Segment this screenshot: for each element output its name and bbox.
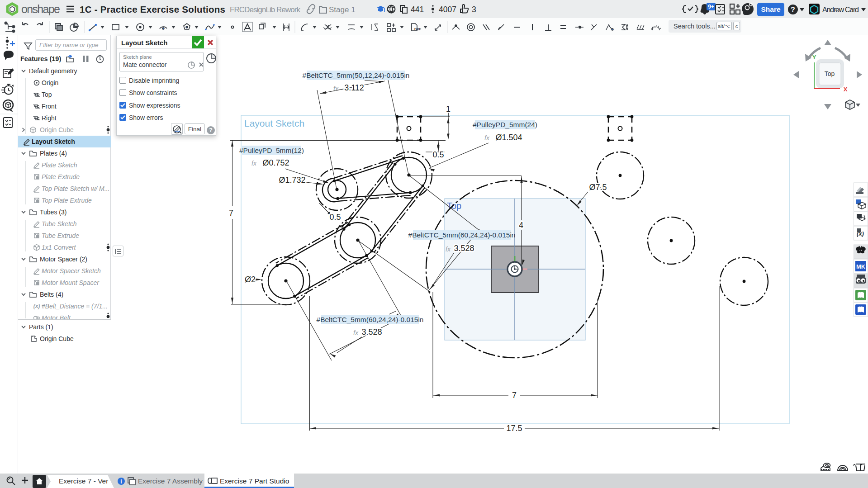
svg-text:fx: fx [353,329,359,336]
svg-text:#BeltCTC_5mm(50,12,24)-0.015in: #BeltCTC_5mm(50,12,24)-0.015in [303,71,410,79]
svg-text:Ø1.732: Ø1.732 [279,175,305,185]
svg-text:Exercise 7 Assembly: Exercise 7 Assembly [138,477,203,485]
svg-text:#BeltCTC_5mm(60,24,24)-0.015in: #BeltCTC_5mm(60,24,24)-0.015in [317,316,424,323]
svg-text:i: i [120,479,122,485]
svg-text:fx: fx [251,160,257,167]
svg-text:Ø7.5: Ø7.5 [589,183,607,192]
svg-text:0.5: 0.5 [432,150,444,159]
svg-text:fx: fx [484,134,490,142]
svg-text:Ø2: Ø2 [245,275,256,284]
svg-text:MK: MK [856,263,866,270]
svg-text:fx: fx [333,85,339,92]
svg-text:X: X [844,86,848,93]
svg-text:7: 7 [512,391,517,400]
svg-text:Exercise 7 - Ver: Exercise 7 - Ver [59,477,108,485]
svg-text:#BeltCTC_5mm(60,24,24)-0.015in: #BeltCTC_5mm(60,24,24)-0.015in [408,231,516,239]
svg-text:3.528: 3.528 [454,244,474,253]
svg-text:1: 1 [446,104,451,114]
svg-text:4: 4 [519,221,523,230]
svg-text:17.5: 17.5 [506,424,522,433]
svg-text:Y: Y [812,54,816,61]
svg-text:#PulleyPD_5mm(24): #PulleyPD_5mm(24) [473,121,537,128]
svg-text:#PulleyPD_5mm(12): #PulleyPD_5mm(12) [239,147,304,154]
svg-text:Top: Top [825,70,835,77]
svg-text:Exercise 7 Part Studio: Exercise 7 Part Studio [220,477,289,485]
svg-text:0.5: 0.5 [329,213,341,222]
svg-text:Layout Sketch: Layout Sketch [244,118,304,128]
svg-text:3.528: 3.528 [361,327,382,336]
svg-text:fx: fx [446,246,451,253]
svg-text:3.112: 3.112 [344,83,364,92]
svg-text:Ø0.752: Ø0.752 [262,158,289,167]
svg-text:(x): (x) [857,230,864,237]
svg-text:7: 7 [229,208,233,218]
svg-text:Ø1.504: Ø1.504 [495,133,522,142]
